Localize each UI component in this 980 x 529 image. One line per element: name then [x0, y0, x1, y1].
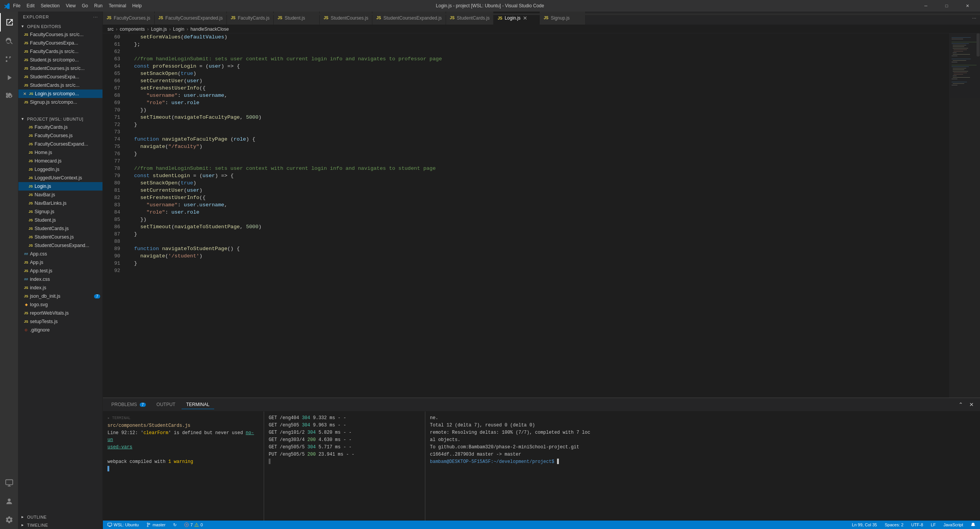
file-navbar[interactable]: JS NavBar.js: [18, 191, 102, 199]
breadcrumb-handlesnackclose[interactable]: handleSnackClose: [190, 27, 229, 32]
file-home[interactable]: JS Home.js: [18, 148, 102, 157]
menu-edit[interactable]: Edit: [26, 3, 35, 8]
menu-terminal[interactable]: Terminal: [109, 3, 126, 8]
open-editor-signup[interactable]: JS Signup.js src/compo...: [18, 98, 102, 106]
status-encoding[interactable]: UTF-8: [910, 521, 925, 529]
tab-label: StudentCards.js: [457, 15, 489, 21]
panel-tab-problems[interactable]: PROBLEMS 7: [107, 400, 150, 409]
menu-file[interactable]: File: [13, 3, 20, 8]
terminal-line: remote: Resolving deltas: 100% (7/7), co…: [430, 429, 975, 436]
status-branch[interactable]: master: [145, 521, 167, 529]
file-jsondbinit[interactable]: JS json_db_init.js 7: [18, 292, 102, 300]
line-num-75: 75: [103, 143, 120, 150]
extensions-activity-icon[interactable]: [0, 87, 18, 105]
file-student[interactable]: JS Student.js: [18, 216, 102, 224]
file-reportwebvitals[interactable]: JS reportWebVitals.js: [18, 309, 102, 317]
breadcrumb-src[interactable]: src: [107, 27, 114, 32]
menu-go[interactable]: Go: [82, 3, 88, 8]
title-bar-menu[interactable]: File Edit Selection View Go Run Terminal…: [13, 3, 142, 8]
search-activity-icon[interactable]: [0, 32, 18, 50]
file-navbarlinks[interactable]: JS NavBarLinks.js: [18, 199, 102, 207]
terminal-left[interactable]: ▸ TERMINAL src/components/StudentCards.j…: [103, 411, 264, 521]
panel-close-button[interactable]: ✕: [967, 400, 976, 409]
open-editor-label: FacultyCourses.js src/c...: [30, 32, 84, 37]
open-editor-label: StudentCards.js src/c...: [30, 83, 79, 88]
status-spaces[interactable]: Spaces: 2: [883, 521, 905, 529]
terminal-middle[interactable]: GET /eng404 304 9.332 ms - - GET /eng505…: [264, 411, 425, 521]
menu-run[interactable]: Run: [94, 3, 102, 8]
line-num-65: 65: [103, 70, 120, 77]
status-sync[interactable]: ↻: [172, 521, 178, 529]
terminal-link[interactable]: used-vars: [107, 444, 132, 450]
maximize-button[interactable]: □: [938, 0, 955, 12]
terminal-line: Total 12 (delta 7), reused 0 (delta 0): [430, 422, 975, 429]
file-appjs[interactable]: JS App.js: [18, 258, 102, 267]
code-line-70: }): [128, 106, 949, 114]
terminal-text: clearForm: [144, 430, 169, 436]
file-studentcoursesexpanded[interactable]: JS StudentCoursesExpand...: [18, 241, 102, 250]
source-control-activity-icon[interactable]: [0, 50, 18, 68]
open-editors-section[interactable]: ▾ OPEN EDITORS: [18, 22, 102, 30]
outline-section[interactable]: ▸ OUTLINE: [18, 513, 102, 521]
tab-close-icon[interactable]: ✕: [523, 15, 527, 21]
account-activity-icon[interactable]: [0, 492, 18, 511]
file-facultycards[interactable]: JS FacultyCards.js: [18, 123, 102, 131]
open-editor-student[interactable]: JS Student.js src/compo...: [18, 56, 102, 64]
file-label: Home.js: [35, 150, 52, 155]
open-editor-facultycourses[interactable]: JS FacultyCourses.js src/c...: [18, 30, 102, 39]
file-indexcss[interactable]: ## index.css: [18, 275, 102, 284]
menu-help[interactable]: Help: [132, 3, 142, 8]
sidebar-more-icon[interactable]: ···: [93, 15, 98, 19]
file-setuptests[interactable]: JS setupTests.js: [18, 317, 102, 326]
timeline-section[interactable]: ▸ TIMELINE: [18, 521, 102, 529]
file-facultycourses[interactable]: JS FacultyCourses.js: [18, 131, 102, 140]
status-eol[interactable]: LF: [929, 521, 937, 529]
line-num-90: 90: [103, 252, 120, 260]
file-loggedin[interactable]: JS LoggedIn.js: [18, 165, 102, 174]
run-debug-activity-icon[interactable]: [0, 68, 18, 87]
panel-tab-terminal[interactable]: TERMINAL: [182, 400, 214, 409]
tab-js-icon: JS: [376, 16, 381, 20]
breadcrumb-components[interactable]: components: [120, 27, 145, 32]
menu-view[interactable]: View: [66, 3, 76, 8]
open-editor-facultycoursesexpanded[interactable]: JS FacultyCoursesExpa...: [18, 39, 102, 47]
explorer-activity-icon[interactable]: [0, 13, 18, 32]
file-loggedusercontext[interactable]: JS LoggedUserContext.js: [18, 174, 102, 182]
file-logosvg[interactable]: ◈ logo.svg: [18, 300, 102, 309]
project-section[interactable]: ▾ PROJECT [WSL: UBUNTU]: [18, 115, 102, 123]
status-remote[interactable]: WSL: Ubuntu: [106, 521, 140, 529]
status-position[interactable]: Ln 99, Col 35: [850, 521, 878, 529]
remote-activity-icon[interactable]: [0, 474, 18, 492]
open-editor-login[interactable]: ✕ JS Login.js src/compo...: [18, 90, 102, 98]
open-editor-studentcoursesexpanded[interactable]: JS StudentCoursesExpa...: [18, 73, 102, 81]
file-gitignore[interactable]: ⊙ .gitignore: [18, 326, 102, 334]
terminal-right[interactable]: ne. Total 12 (delta 7), reused 0 (delta …: [425, 411, 980, 521]
panel-tab-output[interactable]: OUTPUT: [152, 400, 180, 409]
file-apptestjs[interactable]: JS App.test.js: [18, 267, 102, 275]
status-language[interactable]: JavaScript: [942, 521, 965, 529]
file-studentcourses[interactable]: JS StudentCourses.js: [18, 233, 102, 241]
open-editor-facultycards[interactable]: JS FacultyCards.js src/c...: [18, 47, 102, 56]
settings-activity-icon[interactable]: [0, 511, 18, 529]
file-homecard[interactable]: JS Homecard.js: [18, 157, 102, 165]
status-notifications[interactable]: [969, 521, 977, 529]
close-button[interactable]: ✕: [959, 0, 976, 12]
file-login[interactable]: JS Login.js: [18, 182, 102, 191]
code-content[interactable]: setFormValues(defaultValues) }; //from h…: [124, 33, 949, 398]
terminal-text: src/components/StudentCards.js: [107, 423, 190, 428]
open-editor-studentcourses[interactable]: JS StudentCourses.js src/c...: [18, 64, 102, 73]
status-errors[interactable]: ✕ 7 ! 0: [183, 521, 204, 529]
breadcrumb-login[interactable]: Login: [173, 27, 184, 32]
file-studentcards[interactable]: JS StudentCards.js: [18, 224, 102, 233]
minimize-button[interactable]: ─: [917, 0, 935, 12]
file-indexjs[interactable]: JS index.js: [18, 284, 102, 292]
code-editor[interactable]: 60 61 62 63 64 65 66 67 68 69 70 71 72 7…: [103, 33, 980, 398]
open-editor-studentcards[interactable]: JS StudentCards.js src/c...: [18, 81, 102, 90]
close-icon[interactable]: ✕: [23, 91, 26, 96]
file-facultycoursesexpanded[interactable]: JS FacultyCoursesExpand...: [18, 140, 102, 148]
menu-selection[interactable]: Selection: [41, 3, 59, 8]
file-signup[interactable]: JS Signup.js: [18, 207, 102, 216]
panel-maximize-button[interactable]: ⌃: [956, 400, 965, 409]
file-appcss[interactable]: ## App.css: [18, 250, 102, 258]
breadcrumb-loginjs[interactable]: Login.js: [151, 27, 167, 32]
